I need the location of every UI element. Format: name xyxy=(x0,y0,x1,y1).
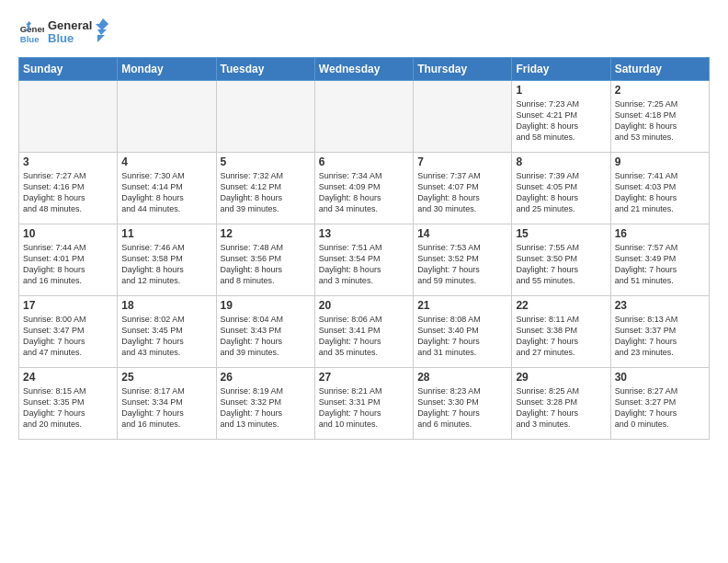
calendar-cell: 18Sunrise: 8:02 AM Sunset: 3:45 PM Dayli… xyxy=(118,296,216,368)
day-info: Sunrise: 8:13 AM Sunset: 3:37 PM Dayligh… xyxy=(615,314,705,359)
svg-marker-4 xyxy=(96,18,108,42)
calendar-cell xyxy=(414,81,512,153)
day-number: 26 xyxy=(221,371,311,384)
day-info: Sunrise: 8:27 AM Sunset: 3:27 PM Dayligh… xyxy=(615,385,705,431)
calendar-cell: 30Sunrise: 8:27 AM Sunset: 3:27 PM Dayli… xyxy=(610,368,709,440)
calendar-cell: 10Sunrise: 7:44 AM Sunset: 4:01 PM Dayli… xyxy=(19,224,118,296)
day-number: 5 xyxy=(221,155,311,168)
calendar-cell: 25Sunrise: 8:17 AM Sunset: 3:34 PM Dayli… xyxy=(118,368,216,440)
calendar-cell: 21Sunrise: 8:08 AM Sunset: 3:40 PM Dayli… xyxy=(414,296,512,368)
weekday-header-thursday: Thursday xyxy=(414,58,512,81)
calendar-cell: 13Sunrise: 7:51 AM Sunset: 3:54 PM Dayli… xyxy=(314,224,413,296)
day-number: 22 xyxy=(516,299,606,312)
day-info: Sunrise: 7:37 AM Sunset: 4:07 PM Dayligh… xyxy=(417,170,507,215)
day-info: Sunrise: 7:27 AM Sunset: 4:16 PM Dayligh… xyxy=(23,170,113,215)
day-number: 23 xyxy=(615,299,705,312)
calendar-body: 1Sunrise: 7:23 AM Sunset: 4:21 PM Daylig… xyxy=(19,81,710,440)
calendar-cell: 23Sunrise: 8:13 AM Sunset: 3:37 PM Dayli… xyxy=(610,296,709,368)
svg-text:Blue: Blue xyxy=(48,31,74,45)
day-info: Sunrise: 8:04 AM Sunset: 3:43 PM Dayligh… xyxy=(221,314,311,359)
calendar-week-2: 10Sunrise: 7:44 AM Sunset: 4:01 PM Dayli… xyxy=(19,224,710,296)
logo-icon: General Blue xyxy=(18,21,44,47)
day-number: 21 xyxy=(417,299,507,312)
calendar-cell: 28Sunrise: 8:23 AM Sunset: 3:30 PM Dayli… xyxy=(414,368,512,440)
day-number: 28 xyxy=(417,371,507,384)
day-number: 3 xyxy=(23,155,113,168)
svg-text:General: General xyxy=(20,24,44,34)
day-number: 13 xyxy=(319,227,409,240)
day-number: 30 xyxy=(615,371,705,384)
day-info: Sunrise: 8:25 AM Sunset: 3:28 PM Dayligh… xyxy=(516,385,606,431)
calendar-cell xyxy=(19,81,118,153)
day-number: 25 xyxy=(121,371,211,384)
day-number: 1 xyxy=(516,84,606,97)
day-info: Sunrise: 7:51 AM Sunset: 3:54 PM Dayligh… xyxy=(319,242,409,287)
day-number: 7 xyxy=(417,155,507,168)
day-number: 14 xyxy=(417,227,507,240)
day-info: Sunrise: 7:55 AM Sunset: 3:50 PM Dayligh… xyxy=(516,242,606,287)
day-info: Sunrise: 7:34 AM Sunset: 4:09 PM Dayligh… xyxy=(319,170,409,215)
logo: General Blue General Blue xyxy=(18,17,112,52)
header: General Blue General Blue xyxy=(18,17,710,52)
day-info: Sunrise: 7:32 AM Sunset: 4:12 PM Dayligh… xyxy=(221,170,311,215)
calendar-cell xyxy=(314,81,413,153)
calendar-cell: 2Sunrise: 7:25 AM Sunset: 4:18 PM Daylig… xyxy=(610,81,709,153)
day-number: 20 xyxy=(319,299,409,312)
weekday-header-tuesday: Tuesday xyxy=(216,58,314,81)
calendar-cell: 11Sunrise: 7:46 AM Sunset: 3:58 PM Dayli… xyxy=(118,224,216,296)
day-number: 6 xyxy=(319,155,409,168)
page: General Blue General Blue SundayMondayTu… xyxy=(0,0,728,563)
calendar-cell: 17Sunrise: 8:00 AM Sunset: 3:47 PM Dayli… xyxy=(19,296,118,368)
calendar-cell: 3Sunrise: 7:27 AM Sunset: 4:16 PM Daylig… xyxy=(19,153,118,224)
day-info: Sunrise: 7:25 AM Sunset: 4:18 PM Dayligh… xyxy=(615,98,705,144)
day-info: Sunrise: 7:41 AM Sunset: 4:03 PM Dayligh… xyxy=(615,170,705,215)
day-info: Sunrise: 7:30 AM Sunset: 4:14 PM Dayligh… xyxy=(121,170,211,215)
day-info: Sunrise: 7:44 AM Sunset: 4:01 PM Dayligh… xyxy=(23,242,113,287)
day-number: 8 xyxy=(516,155,606,168)
calendar-cell: 9Sunrise: 7:41 AM Sunset: 4:03 PM Daylig… xyxy=(610,153,709,224)
calendar-cell: 1Sunrise: 7:23 AM Sunset: 4:21 PM Daylig… xyxy=(512,81,610,153)
calendar-week-1: 3Sunrise: 7:27 AM Sunset: 4:16 PM Daylig… xyxy=(19,153,710,224)
day-info: Sunrise: 7:23 AM Sunset: 4:21 PM Dayligh… xyxy=(516,98,606,144)
calendar-week-3: 17Sunrise: 8:00 AM Sunset: 3:47 PM Dayli… xyxy=(19,296,710,368)
day-info: Sunrise: 7:57 AM Sunset: 3:49 PM Dayligh… xyxy=(615,242,705,287)
calendar-cell: 4Sunrise: 7:30 AM Sunset: 4:14 PM Daylig… xyxy=(118,153,216,224)
weekday-header-row: SundayMondayTuesdayWednesdayThursdayFrid… xyxy=(19,58,710,81)
day-number: 9 xyxy=(615,155,705,168)
day-number: 19 xyxy=(221,299,311,312)
day-number: 29 xyxy=(516,371,606,384)
calendar-week-4: 24Sunrise: 8:15 AM Sunset: 3:35 PM Dayli… xyxy=(19,368,710,440)
day-info: Sunrise: 7:48 AM Sunset: 3:56 PM Dayligh… xyxy=(221,242,311,287)
day-info: Sunrise: 8:11 AM Sunset: 3:38 PM Dayligh… xyxy=(516,314,606,359)
calendar-cell: 22Sunrise: 8:11 AM Sunset: 3:38 PM Dayli… xyxy=(512,296,610,368)
day-number: 10 xyxy=(23,227,113,240)
weekday-header-friday: Friday xyxy=(512,58,610,81)
day-info: Sunrise: 8:15 AM Sunset: 3:35 PM Dayligh… xyxy=(23,385,113,431)
calendar-cell: 6Sunrise: 7:34 AM Sunset: 4:09 PM Daylig… xyxy=(314,153,413,224)
calendar-cell: 5Sunrise: 7:32 AM Sunset: 4:12 PM Daylig… xyxy=(216,153,314,224)
svg-text:Blue: Blue xyxy=(20,34,40,44)
day-info: Sunrise: 8:17 AM Sunset: 3:34 PM Dayligh… xyxy=(121,385,211,431)
calendar-cell: 7Sunrise: 7:37 AM Sunset: 4:07 PM Daylig… xyxy=(414,153,512,224)
calendar-cell: 19Sunrise: 8:04 AM Sunset: 3:43 PM Dayli… xyxy=(216,296,314,368)
day-number: 16 xyxy=(615,227,705,240)
weekday-header-wednesday: Wednesday xyxy=(314,58,413,81)
calendar-cell: 29Sunrise: 8:25 AM Sunset: 3:28 PM Dayli… xyxy=(512,368,610,440)
day-info: Sunrise: 8:23 AM Sunset: 3:30 PM Dayligh… xyxy=(417,385,507,431)
calendar-week-0: 1Sunrise: 7:23 AM Sunset: 4:21 PM Daylig… xyxy=(19,81,710,153)
day-info: Sunrise: 8:02 AM Sunset: 3:45 PM Dayligh… xyxy=(121,314,211,359)
day-number: 2 xyxy=(615,84,705,97)
weekday-header-sunday: Sunday xyxy=(19,58,118,81)
day-number: 4 xyxy=(121,155,211,168)
day-info: Sunrise: 8:00 AM Sunset: 3:47 PM Dayligh… xyxy=(23,314,113,359)
calendar-cell: 20Sunrise: 8:06 AM Sunset: 3:41 PM Dayli… xyxy=(314,296,413,368)
calendar-cell: 26Sunrise: 8:19 AM Sunset: 3:32 PM Dayli… xyxy=(216,368,314,440)
calendar-cell: 14Sunrise: 7:53 AM Sunset: 3:52 PM Dayli… xyxy=(414,224,512,296)
day-info: Sunrise: 8:08 AM Sunset: 3:40 PM Dayligh… xyxy=(417,314,507,359)
day-info: Sunrise: 7:39 AM Sunset: 4:05 PM Dayligh… xyxy=(516,170,606,215)
weekday-header-monday: Monday xyxy=(118,58,216,81)
day-info: Sunrise: 7:53 AM Sunset: 3:52 PM Dayligh… xyxy=(417,242,507,287)
calendar-cell: 24Sunrise: 8:15 AM Sunset: 3:35 PM Dayli… xyxy=(19,368,118,440)
calendar-cell: 8Sunrise: 7:39 AM Sunset: 4:05 PM Daylig… xyxy=(512,153,610,224)
logo-svg: General Blue xyxy=(48,17,112,48)
